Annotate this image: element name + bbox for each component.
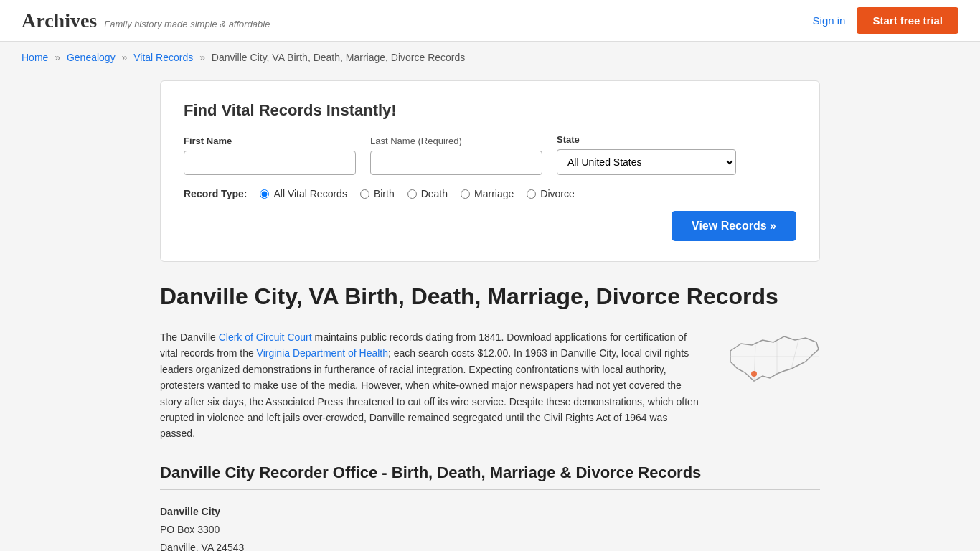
radio-divorce[interactable]: Divorce [527, 188, 574, 199]
radio-marriage[interactable]: Marriage [461, 188, 514, 199]
svg-marker-0 [730, 336, 819, 381]
va-map [720, 329, 820, 442]
radio-all-vital[interactable]: All Vital Records [260, 188, 347, 199]
start-trial-button[interactable]: Start free trial [857, 7, 958, 34]
header-left: Archives Family history made simple & af… [22, 9, 270, 32]
logo-tagline: Family history made simple & affordable [104, 19, 270, 29]
header-right: Sign in Start free trial [813, 7, 958, 34]
breadcrumb-current: Danville City, VA Birth, Death, Marriage… [212, 52, 466, 63]
view-records-button[interactable]: View Records » [672, 211, 796, 241]
logo: Archives [22, 9, 97, 32]
first-name-label: First Name [184, 136, 356, 146]
radio-birth[interactable]: Birth [360, 188, 395, 199]
search-box: Find Vital Records Instantly! First Name… [160, 80, 820, 262]
search-btn-row: View Records » [184, 211, 796, 241]
breadcrumb-sep-3: » [199, 52, 205, 63]
svg-point-5 [751, 371, 757, 377]
section-title: Danville City Recorder Office - Birth, D… [160, 463, 820, 490]
last-name-group: Last Name (Required) [370, 136, 542, 175]
office-info: Danville City PO Box 3300 Danville, VA 2… [160, 503, 820, 551]
state-label: State [557, 134, 736, 145]
page-title: Danville City, VA Birth, Death, Marriage… [160, 283, 820, 319]
clerk-link[interactable]: Clerk of Circuit Court [219, 331, 312, 343]
dept-link[interactable]: Virginia Department of Health [257, 347, 388, 359]
main-content: Find Vital Records Instantly! First Name… [146, 73, 834, 551]
record-type-label: Record Type: [184, 188, 247, 199]
breadcrumb: Home » Genealogy » Vital Records » Danvi… [0, 42, 980, 73]
first-name-group: First Name [184, 136, 356, 175]
state-select[interactable]: All United States Alabama Virginia [557, 149, 736, 175]
first-name-input[interactable] [184, 151, 356, 175]
breadcrumb-genealogy[interactable]: Genealogy [67, 52, 116, 63]
office-address2: Danville, VA 24543 [160, 539, 820, 551]
breadcrumb-home[interactable]: Home [22, 52, 48, 63]
last-name-label: Last Name (Required) [370, 136, 542, 146]
sign-in-link[interactable]: Sign in [813, 14, 846, 27]
search-title: Find Vital Records Instantly! [184, 101, 796, 120]
virginia-map-svg [727, 329, 820, 387]
breadcrumb-sep-2: » [122, 52, 128, 63]
description-section: The Danville Clerk of Circuit Court main… [160, 329, 820, 442]
state-group: State All United States Alabama Virginia [557, 134, 736, 175]
search-fields: First Name Last Name (Required) State Al… [184, 134, 796, 175]
record-type-row: Record Type: All Vital Records Birth Dea… [184, 188, 796, 199]
header: Archives Family history made simple & af… [0, 0, 980, 42]
radio-death[interactable]: Death [407, 188, 448, 199]
breadcrumb-vital-records[interactable]: Vital Records [133, 52, 193, 63]
svg-line-3 [791, 340, 798, 369]
breadcrumb-sep-1: » [55, 52, 60, 63]
last-name-input[interactable] [370, 151, 542, 175]
description-text: The Danville Clerk of Circuit Court main… [160, 329, 705, 442]
office-address1: PO Box 3300 [160, 521, 820, 539]
office-name: Danville City [160, 503, 820, 521]
